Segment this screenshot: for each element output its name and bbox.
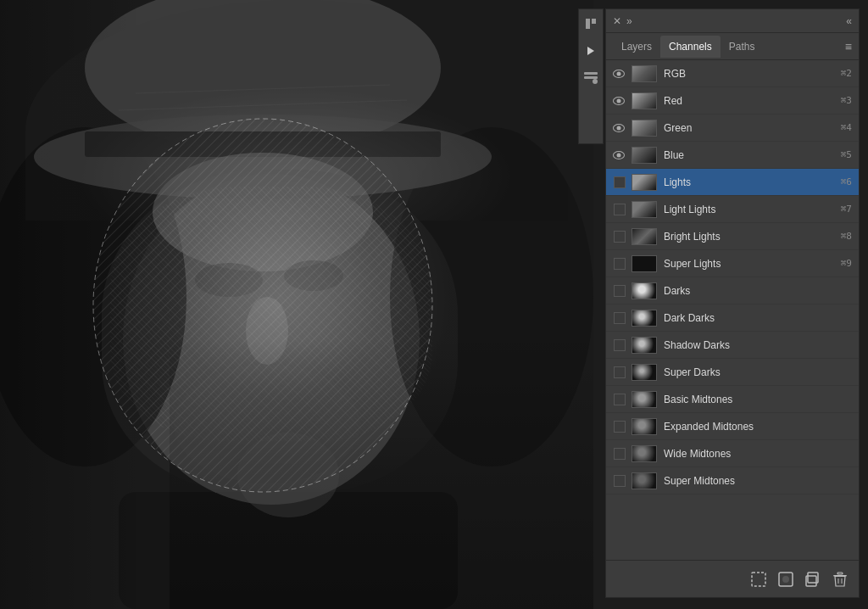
svg-rect-25: [584, 72, 598, 75]
channel-row-dark-darks[interactable]: Dark Darks: [606, 304, 859, 332]
channel-row-rgb[interactable]: RGB⌘2: [606, 60, 859, 87]
tab-channels[interactable]: Channels: [660, 36, 721, 58]
svg-point-27: [593, 79, 598, 84]
delete-channel-button[interactable]: [830, 569, 850, 589]
eye-icon-blue[interactable]: [613, 151, 625, 159]
tab-layers[interactable]: Layers: [613, 36, 660, 58]
channel-thumb-basic-midtones: [632, 391, 657, 408]
channel-row-green[interactable]: Green⌘4: [606, 115, 859, 142]
eye-icon-green[interactable]: [613, 124, 625, 132]
svg-rect-20: [0, 0, 593, 609]
channel-shortcut-red: ⌘3: [841, 95, 855, 106]
channel-row-shadow-darks[interactable]: Shadow Darks: [606, 332, 859, 359]
channel-thumb-super-lights: [632, 255, 657, 272]
channel-name-lights: Lights: [660, 176, 841, 188]
channel-thumb-green: [632, 120, 657, 137]
duplicate-channel-button[interactable]: [803, 569, 823, 589]
channel-name-red: Red: [660, 95, 841, 107]
eye-visibility-wide-midtones[interactable]: [609, 448, 628, 460]
channel-row-wide-midtones[interactable]: Wide Midtones: [606, 440, 859, 467]
channels-panel: ✕ » « Layers Channels Paths ≡ RGB⌘2Red⌘3…: [605, 8, 860, 598]
channel-name-wide-midtones: Wide Midtones: [660, 448, 855, 460]
eye-visibility-light-lights[interactable]: [609, 204, 628, 215]
channel-name-light-lights: Light Lights: [660, 204, 841, 215]
eye-visibility-super-darks[interactable]: [609, 366, 628, 378]
eye-visibility-red[interactable]: [609, 97, 628, 105]
channel-shortcut-lights: ⌘6: [841, 176, 855, 187]
channel-shortcut-rgb: ⌘2: [841, 68, 855, 79]
vis-square-basic-midtones: [614, 394, 626, 405]
channel-name-dark-darks: Dark Darks: [660, 312, 855, 324]
channel-name-super-midtones: Super Midtones: [660, 475, 855, 487]
channel-shortcut-light-lights: ⌘7: [841, 204, 855, 215]
panel-menu-icon[interactable]: ≡: [845, 40, 852, 53]
channel-name-basic-midtones: Basic Midtones: [660, 394, 855, 405]
channel-name-super-lights: Super Lights: [660, 258, 841, 270]
channel-row-red[interactable]: Red⌘3: [606, 87, 859, 115]
eye-visibility-super-midtones[interactable]: [609, 475, 628, 487]
channel-list: RGB⌘2Red⌘3Green⌘4Blue⌘5Lights⌘6Light Lig…: [606, 60, 859, 560]
play-icon[interactable]: [581, 42, 600, 60]
channel-thumb-shadow-darks: [632, 337, 657, 354]
channel-shortcut-green: ⌘4: [841, 122, 855, 133]
channel-row-bright-lights[interactable]: Bright Lights⌘8: [606, 223, 859, 250]
eye-icon-rgb[interactable]: [613, 70, 625, 78]
tab-paths[interactable]: Paths: [721, 36, 764, 58]
tool-icon-1[interactable]: [581, 14, 600, 33]
vis-square-expanded-mid: [614, 421, 626, 433]
vis-square-darks: [614, 285, 626, 297]
tab-bar: Layers Channels Paths ≡: [606, 33, 859, 60]
expand-button[interactable]: »: [626, 15, 632, 27]
eye-visibility-lights[interactable]: [609, 176, 628, 188]
channel-row-super-midtones[interactable]: Super Midtones: [606, 467, 859, 494]
svg-point-30: [782, 576, 789, 583]
eye-icon-red[interactable]: [613, 97, 625, 105]
vis-square-super-darks: [614, 366, 626, 378]
channel-row-super-lights[interactable]: Super Lights⌘9: [606, 250, 859, 277]
eye-visibility-blue[interactable]: [609, 151, 628, 159]
vis-square-light-lights: [614, 204, 626, 215]
channel-thumb-blue: [632, 147, 657, 164]
selection-button[interactable]: [748, 569, 769, 589]
vis-square-dark-darks: [614, 312, 626, 324]
eye-visibility-super-lights[interactable]: [609, 258, 628, 270]
channel-shortcut-bright-lights: ⌘8: [841, 231, 855, 242]
collapse-button[interactable]: «: [846, 15, 852, 27]
eye-visibility-expanded-mid[interactable]: [609, 421, 628, 433]
eye-visibility-basic-midtones[interactable]: [609, 394, 628, 405]
vis-square-super-midtones: [614, 475, 626, 487]
eye-visibility-bright-lights[interactable]: [609, 231, 628, 243]
close-button[interactable]: ✕: [613, 15, 621, 27]
eye-visibility-green[interactable]: [609, 124, 628, 132]
channel-row-basic-midtones[interactable]: Basic Midtones: [606, 386, 859, 413]
eye-visibility-rgb[interactable]: [609, 70, 628, 78]
panel-titlebar: ✕ » «: [606, 9, 859, 33]
channel-thumb-expanded-mid: [632, 418, 657, 435]
new-channel-button[interactable]: [776, 569, 796, 589]
svg-rect-23: [592, 19, 596, 24]
channel-name-darks: Darks: [660, 285, 855, 297]
channel-thumb-dark-darks: [632, 310, 657, 327]
channel-name-super-darks: Super Darks: [660, 366, 855, 378]
channel-row-expanded-mid[interactable]: Expanded Midtones: [606, 413, 859, 440]
eye-visibility-shadow-darks[interactable]: [609, 339, 628, 351]
vis-square-bright-lights: [614, 231, 626, 243]
eye-visibility-darks[interactable]: [609, 285, 628, 297]
channel-row-super-darks[interactable]: Super Darks: [606, 359, 859, 386]
vis-square-lights: [614, 176, 626, 188]
svg-rect-26: [584, 76, 598, 79]
channel-row-lights[interactable]: Lights⌘6: [606, 169, 859, 196]
channel-thumb-light-lights: [632, 201, 657, 218]
channel-name-bright-lights: Bright Lights: [660, 231, 841, 243]
eye-visibility-dark-darks[interactable]: [609, 312, 628, 324]
layer-tool-icon[interactable]: [581, 69, 600, 87]
channel-name-shadow-darks: Shadow Darks: [660, 339, 855, 351]
channel-thumb-rgb: [632, 65, 657, 82]
channel-name-blue: Blue: [660, 149, 841, 161]
channel-row-light-lights[interactable]: Light Lights⌘7: [606, 196, 859, 223]
svg-rect-28: [752, 573, 765, 586]
bottom-toolbar: [606, 560, 859, 597]
channel-row-darks[interactable]: Darks: [606, 277, 859, 304]
channel-row-blue[interactable]: Blue⌘5: [606, 142, 859, 169]
svg-rect-22: [586, 19, 590, 29]
